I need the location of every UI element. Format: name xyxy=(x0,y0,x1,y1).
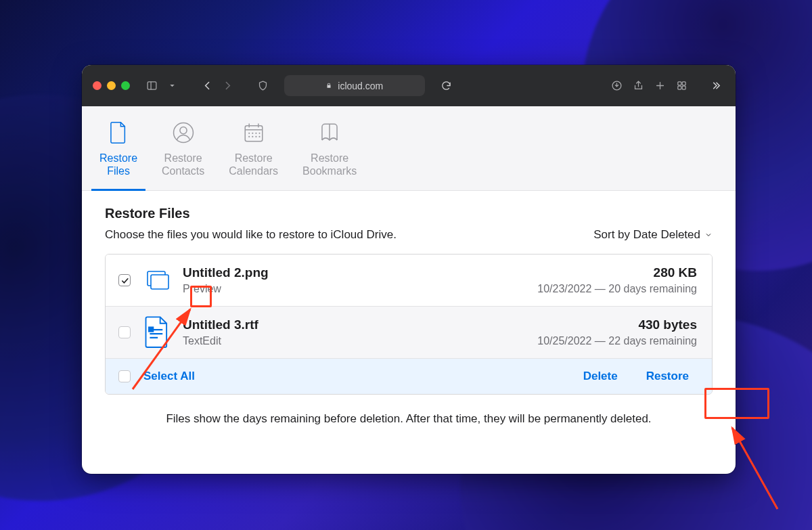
delete-button[interactable]: Delete xyxy=(575,366,626,387)
svg-rect-6 xyxy=(682,86,685,89)
svg-rect-22 xyxy=(151,275,168,289)
url-host: icloud.com xyxy=(338,81,383,91)
annotation-arrow xyxy=(126,301,207,396)
svg-point-19 xyxy=(255,136,256,137)
file-row[interactable]: Untitled 2.png Preview 280 KB 10/23/2022… xyxy=(106,255,712,307)
window-controls xyxy=(93,81,130,90)
back-button[interactable] xyxy=(198,76,217,95)
downloads-icon[interactable] xyxy=(607,76,626,95)
browser-window: icloud.com xyxy=(82,65,736,474)
svg-line-27 xyxy=(133,309,190,389)
forward-button[interactable] xyxy=(218,76,237,95)
tab-restore-calendars[interactable]: Restore Calendars xyxy=(229,106,278,190)
page-subtitle: Choose the files you would like to resto… xyxy=(105,228,397,242)
file-app: TextEdit xyxy=(183,335,525,347)
svg-point-18 xyxy=(252,136,253,137)
svg-point-7 xyxy=(173,123,193,142)
svg-point-13 xyxy=(248,133,250,134)
file-size: 280 KB xyxy=(537,265,697,280)
svg-point-16 xyxy=(258,133,260,134)
image-file-icon xyxy=(143,267,171,294)
file-date: 10/23/2022 — 20 days remaining xyxy=(537,283,697,295)
bookmarks-icon xyxy=(316,119,343,146)
svg-rect-3 xyxy=(677,82,681,85)
footer-note: Files show the days remaining before del… xyxy=(105,395,713,443)
overflow-icon[interactable] xyxy=(706,76,725,95)
svg-rect-0 xyxy=(148,82,156,89)
share-icon[interactable] xyxy=(629,76,648,95)
lock-icon xyxy=(325,81,332,90)
contacts-icon xyxy=(170,119,197,146)
restore-category-tabs: Restore Files Restore Contacts Restore C… xyxy=(82,106,736,191)
tab-restore-bookmarks[interactable]: Restore Bookmarks xyxy=(302,106,357,190)
file-size: 430 bytes xyxy=(537,317,697,332)
restore-button[interactable]: Restore xyxy=(638,366,697,387)
svg-rect-5 xyxy=(677,86,681,89)
file-name: Untitled 2.png xyxy=(183,265,525,280)
sort-label: Sort by Date Deleted xyxy=(593,228,700,242)
svg-point-8 xyxy=(179,127,186,133)
svg-point-14 xyxy=(252,133,253,134)
file-app: Preview xyxy=(183,283,525,295)
sidebar-toggle-icon[interactable] xyxy=(142,76,161,95)
tab-label: Restore Contacts xyxy=(162,152,204,177)
calendar-icon xyxy=(240,119,267,146)
svg-rect-4 xyxy=(682,82,685,85)
chevron-down-icon xyxy=(704,231,713,239)
reload-button[interactable] xyxy=(437,76,456,95)
tab-label: Restore Bookmarks xyxy=(302,152,357,177)
check-icon xyxy=(120,276,129,285)
annotation-arrow xyxy=(720,421,788,516)
tab-label: Restore Calendars xyxy=(229,152,278,177)
svg-line-28 xyxy=(732,428,777,509)
tab-overview-icon[interactable] xyxy=(672,76,691,95)
sort-dropdown[interactable]: Sort by Date Deleted xyxy=(593,228,713,242)
tab-label: Restore Files xyxy=(99,152,137,177)
file-date: 10/25/2022 — 22 days remaining xyxy=(537,335,697,347)
file-name: Untitled 3.rtf xyxy=(183,317,525,332)
svg-point-15 xyxy=(255,133,256,134)
svg-point-17 xyxy=(248,136,250,137)
page-title: Restore Files xyxy=(105,206,713,221)
file-icon xyxy=(105,119,132,146)
file-checkbox[interactable] xyxy=(118,274,131,286)
close-window-button[interactable] xyxy=(93,81,102,90)
tab-dropdown-icon[interactable] xyxy=(162,76,181,95)
zoom-window-button[interactable] xyxy=(121,81,130,90)
minimize-window-button[interactable] xyxy=(107,81,116,90)
tab-restore-contacts[interactable]: Restore Contacts xyxy=(162,106,204,190)
address-bar[interactable]: icloud.com xyxy=(284,75,425,96)
titlebar: icloud.com xyxy=(82,65,736,106)
privacy-report-icon[interactable] xyxy=(253,76,272,95)
svg-point-20 xyxy=(258,136,260,137)
tab-restore-files[interactable]: Restore Files xyxy=(99,106,137,190)
new-tab-icon[interactable] xyxy=(650,76,669,95)
